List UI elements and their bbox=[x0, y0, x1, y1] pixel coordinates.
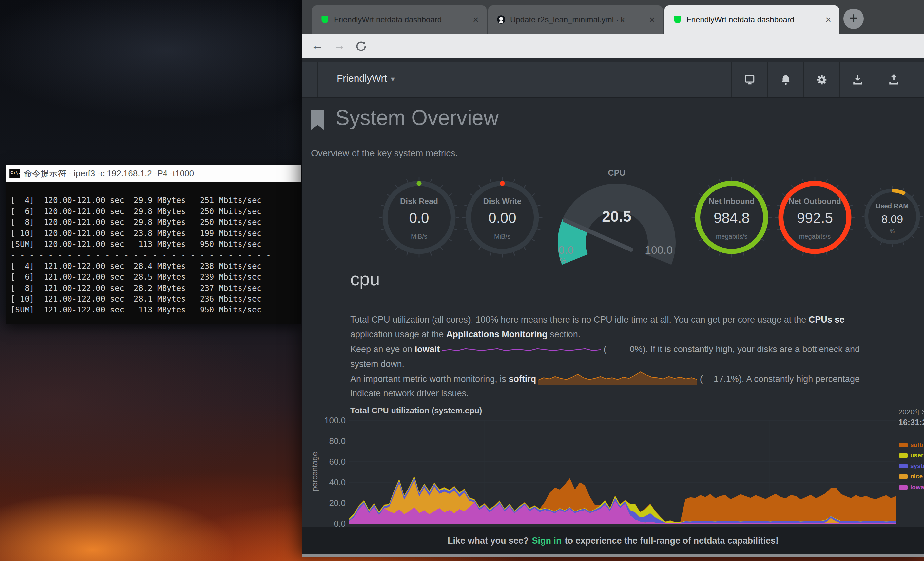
legend-swatch bbox=[899, 443, 908, 447]
host-name: FriendlyWrt bbox=[337, 73, 387, 84]
netdata-footer: Like what you see? Sign in to experience… bbox=[302, 527, 924, 555]
cpu-description-line: indicate network driver issues. bbox=[350, 388, 469, 399]
netdata-favicon bbox=[321, 15, 329, 24]
tab-title: FriendlyWrt netdata dashboard bbox=[687, 15, 823, 24]
bookmark-icon bbox=[311, 110, 324, 130]
gauge-unit: megabits/s bbox=[774, 233, 856, 240]
legend-swatch bbox=[899, 474, 908, 479]
text-run: indicate network driver issues. bbox=[350, 388, 469, 399]
terminal-body: - - - - - - - - - - - - - - - - - - - - … bbox=[6, 182, 302, 324]
chevron-down-icon: ▾ bbox=[391, 74, 395, 83]
download-icon bbox=[852, 74, 864, 86]
cpu-description-line: Keep an eye on iowait (0%). If it is con… bbox=[350, 344, 860, 355]
host-dropdown[interactable]: FriendlyWrt▾ bbox=[337, 73, 395, 84]
text-run: ). If it is constantly high, your disks … bbox=[642, 344, 860, 354]
legend-item-softirq[interactable]: softirq bbox=[899, 441, 924, 449]
cpu-utilization-chart[interactable] bbox=[349, 417, 896, 523]
cmd-icon: C:\. bbox=[9, 168, 20, 178]
new-tab-button[interactable]: + bbox=[843, 9, 864, 29]
text-run: Keep an eye on bbox=[350, 344, 415, 354]
tab-separator bbox=[488, 11, 488, 27]
legend-item-system[interactable]: system bbox=[899, 462, 924, 470]
gauge-used-ram[interactable]: Used RAM 8.09 % bbox=[861, 185, 923, 248]
applications-monitoring-link[interactable]: Applications Monitoring bbox=[446, 329, 548, 339]
text-run: ( bbox=[697, 374, 703, 384]
tab-close-icon[interactable]: × bbox=[470, 14, 482, 25]
gauge-disk-write[interactable]: Disk Write 0.00 MiB/s bbox=[461, 176, 543, 259]
export-button[interactable] bbox=[840, 62, 876, 98]
bell-icon bbox=[780, 74, 792, 86]
sign-in-link[interactable]: Sign in bbox=[532, 536, 561, 546]
cpu-description-line: system down. bbox=[350, 359, 404, 369]
cpu-description-line: application usage at the Applications Mo… bbox=[350, 329, 580, 340]
gauge-cpu[interactable]: CPU 20.5 0.0 100.0 % bbox=[551, 165, 682, 266]
gauge-unit: % bbox=[861, 229, 923, 235]
terminal-title: 命令提示符 - iperf3 -c 192.168.1.2 -P4 -t1000 bbox=[24, 168, 194, 179]
browser-bottom-edge bbox=[302, 555, 924, 557]
terminal-titlebar[interactable]: C:\. 命令提示符 - iperf3 -c 192.168.1.2 -P4 -… bbox=[6, 165, 302, 182]
tab-strip: FriendlyWrt netdata dashboard × Update r… bbox=[302, 0, 924, 34]
softirq-label[interactable]: softirq bbox=[508, 374, 536, 384]
softirq-sparkline[interactable] bbox=[538, 370, 697, 386]
settings-button[interactable] bbox=[803, 62, 840, 98]
terminal-window: C:\. 命令提示符 - iperf3 -c 192.168.1.2 -P4 -… bbox=[6, 165, 302, 324]
tab-close-icon[interactable]: × bbox=[646, 14, 658, 25]
legend-item-iowait[interactable]: iowait bbox=[899, 483, 924, 492]
navbar-separator bbox=[317, 62, 318, 98]
gauge-disk-read[interactable]: Disk Read 0.0 MiB/s bbox=[378, 176, 460, 259]
gauge-unit: MiB/s bbox=[461, 233, 543, 240]
tab-netdata-1[interactable]: FriendlyWrt netdata dashboard × bbox=[312, 5, 487, 34]
forward-button[interactable]: → bbox=[332, 38, 347, 53]
gauge-title: Net Inbound bbox=[691, 197, 772, 206]
gauge-net-outbound[interactable]: Net Outbound 992.5 megabits/s bbox=[774, 176, 856, 259]
iowait-sparkline[interactable] bbox=[442, 346, 601, 352]
gauge-title: CPU bbox=[551, 168, 682, 178]
tab-close-icon[interactable]: × bbox=[823, 14, 834, 25]
legend-label: iowait bbox=[910, 484, 924, 491]
cpus-link[interactable]: CPUs se bbox=[808, 315, 845, 325]
section-heading-cpu: cpu bbox=[350, 268, 380, 290]
browser-toolbar: ← → 不安全 192.168.2.1:19999/#menu_system_s… bbox=[302, 34, 924, 59]
legend-label: nice bbox=[910, 473, 923, 480]
legend-item-nice[interactable]: nice bbox=[899, 472, 924, 481]
netdata-navbar: FriendlyWrt▾ bbox=[302, 62, 924, 98]
browser-window: FriendlyWrt netdata dashboard × Update r… bbox=[302, 0, 924, 557]
gauge-value: 20.5 bbox=[551, 208, 682, 225]
gauge-max: 100.0 bbox=[645, 244, 673, 256]
text-run: Total CPU utilization (all cores). 100% … bbox=[350, 315, 808, 325]
cpu-description-line: Total CPU utilization (all cores). 100% … bbox=[350, 315, 844, 325]
footer-text: to experience the full-range of netdata … bbox=[564, 536, 778, 546]
gauge-value: 984.8 bbox=[691, 210, 772, 226]
gauge-value: 0.00 bbox=[461, 210, 543, 226]
tab-title: FriendlyWrt netdata dashboard bbox=[334, 15, 470, 24]
tab-netdata-2-active[interactable]: FriendlyWrt netdata dashboard × bbox=[664, 5, 839, 34]
monitor-button[interactable] bbox=[731, 62, 768, 98]
text-run: An important metric worth monitoring, is bbox=[350, 374, 508, 384]
back-button[interactable]: ← bbox=[309, 38, 325, 53]
gauge-value: 8.09 bbox=[861, 213, 923, 226]
gauge-unit: MiB/s bbox=[378, 233, 460, 240]
tab-github[interactable]: Update r2s_lean_minimal.yml · k × bbox=[488, 5, 663, 34]
page-title: System Overview bbox=[336, 105, 499, 130]
chart-date: 2020年3 bbox=[898, 407, 924, 417]
reload-button[interactable] bbox=[354, 40, 368, 54]
y-tick-label: 100.0 bbox=[311, 415, 346, 425]
gauge-value: 992.5 bbox=[774, 210, 856, 226]
gauge-title: Disk Write bbox=[461, 197, 543, 206]
alarms-button[interactable] bbox=[767, 62, 804, 98]
iowait-label[interactable]: iowait bbox=[415, 344, 440, 354]
gauge-min: 0.0 bbox=[558, 244, 574, 256]
gauge-unit: megabits/s bbox=[691, 233, 772, 240]
desktop: { "terminal": { "title": "命令提示符 - iperf3… bbox=[0, 0, 924, 561]
netdata-favicon bbox=[673, 15, 682, 24]
text-run: section. bbox=[548, 329, 580, 339]
gauge-title: Disk Read bbox=[378, 197, 460, 206]
iowait-value: 0% bbox=[606, 344, 642, 355]
chart-title: Total CPU utilization (system.cpu) bbox=[350, 406, 482, 415]
text-run: ( bbox=[601, 344, 606, 354]
gear-icon bbox=[816, 74, 828, 86]
import-button[interactable] bbox=[876, 62, 912, 98]
legend-item-user[interactable]: user bbox=[899, 451, 924, 460]
legend-label: system bbox=[910, 462, 924, 469]
gauge-net-inbound[interactable]: Net Inbound 984.8 megabits/s bbox=[691, 176, 772, 259]
